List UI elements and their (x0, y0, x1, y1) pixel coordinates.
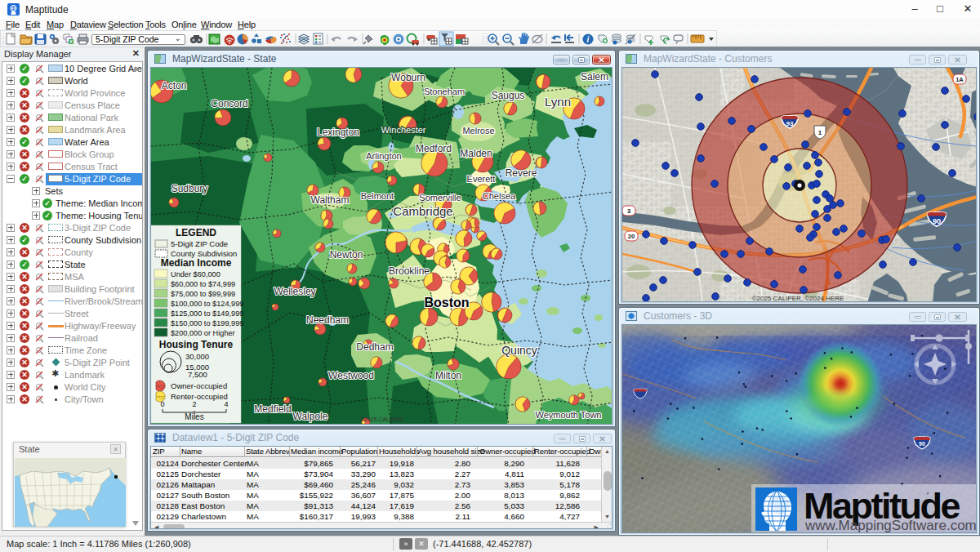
svg-text:Acton: Acton (162, 80, 187, 91)
svg-text:Boston: Boston (424, 296, 469, 309)
svg-text:Malden: Malden (460, 148, 492, 159)
svg-text:4: 4 (224, 400, 228, 408)
svg-text:Salem: Salem (581, 71, 608, 82)
svg-text:Newton: Newton (330, 249, 363, 260)
svg-text:Winchester: Winchester (381, 125, 425, 135)
svg-text:Medford: Medford (416, 143, 452, 154)
svg-text:Concord: Concord (211, 98, 247, 109)
svg-text:i: i (587, 35, 590, 44)
svg-text:Stoneham: Stoneham (424, 87, 465, 96)
svg-text:93: 93 (786, 120, 794, 127)
svg-text:$125,000 to $149,999: $125,000 to $149,999 (171, 309, 243, 318)
svg-text:Needham: Needham (306, 314, 349, 326)
svg-text:Arlington: Arlington (366, 151, 401, 161)
svg-text:www.MappingSoftware.com: www.MappingSoftware.com (804, 518, 977, 533)
svg-text:Quincy: Quincy (501, 344, 537, 357)
svg-text:1: 1 (818, 129, 822, 136)
svg-text:Brookline: Brookline (389, 265, 430, 277)
svg-text:Miles: Miles (185, 412, 203, 421)
svg-text:Owner-occupied: Owner-occupied (171, 381, 227, 390)
svg-text:90: 90 (933, 217, 941, 225)
svg-text:90: 90 (919, 441, 925, 447)
svg-text:Wellesley: Wellesley (274, 286, 315, 297)
svg-text:0: 0 (160, 400, 164, 408)
svg-text:©2025 CALIPER: ©2025 CALIPER (360, 416, 403, 422)
svg-text:Melrose: Melrose (462, 126, 494, 136)
svg-text:Woburn: Woburn (391, 72, 425, 83)
svg-text:LEGEND: LEGEND (176, 227, 216, 238)
svg-text:7,500: 7,500 (188, 370, 207, 379)
svg-text:Revere: Revere (506, 167, 537, 179)
svg-text:$100,000 to $124,999: $100,000 to $124,999 (171, 300, 243, 308)
svg-text:Dedham: Dedham (356, 341, 393, 353)
svg-text:Somerville: Somerville (419, 193, 461, 203)
svg-text:$150,000 to $199,999: $150,000 to $199,999 (171, 319, 243, 327)
svg-text:Walpole: Walpole (293, 411, 328, 422)
svg-text:5-Digit ZIP Code: 5-Digit ZIP Code (171, 239, 228, 248)
svg-text:Everett: Everett (467, 174, 496, 184)
svg-text:Chelsea: Chelsea (483, 191, 516, 201)
svg-text:$75,000 to $99,999: $75,000 to $99,999 (171, 290, 235, 298)
svg-text:Lynn: Lynn (545, 95, 571, 109)
svg-text:Housing Tenure: Housing Tenure (159, 339, 234, 350)
svg-text:Weymouth Town: Weymouth Town (536, 410, 602, 420)
svg-text:$60,000 to $74,999: $60,000 to $74,999 (171, 280, 235, 288)
svg-text:Waltham: Waltham (311, 194, 350, 206)
svg-text:Under $60,000: Under $60,000 (171, 270, 220, 278)
svg-text:X: X (69, 39, 73, 44)
svg-text:2: 2 (192, 400, 196, 408)
svg-text:$200,000 or Higher: $200,000 or Higher (171, 329, 235, 337)
svg-text:Median Income: Median Income (161, 257, 232, 269)
svg-text:3: 3 (627, 207, 630, 215)
svg-text:Renter-occupied: Renter-occupied (171, 392, 228, 401)
svg-text:20: 20 (628, 233, 635, 240)
svg-text:Belmont: Belmont (361, 191, 394, 201)
svg-text:Medfield: Medfield (254, 403, 291, 415)
svg-text:Cambridge: Cambridge (393, 204, 452, 218)
svg-text:©2025 CALIPER, ©2024 HERE: ©2025 CALIPER, ©2024 HERE (752, 295, 844, 302)
svg-text:Westwood: Westwood (328, 370, 374, 381)
svg-text:Sudbury: Sudbury (172, 183, 208, 194)
svg-text:1A: 1A (956, 76, 964, 83)
svg-text:Lexington: Lexington (317, 127, 359, 138)
svg-text:Saugus: Saugus (492, 90, 525, 101)
svg-text:30,000: 30,000 (185, 352, 209, 361)
svg-text:Milton: Milton (435, 370, 461, 381)
